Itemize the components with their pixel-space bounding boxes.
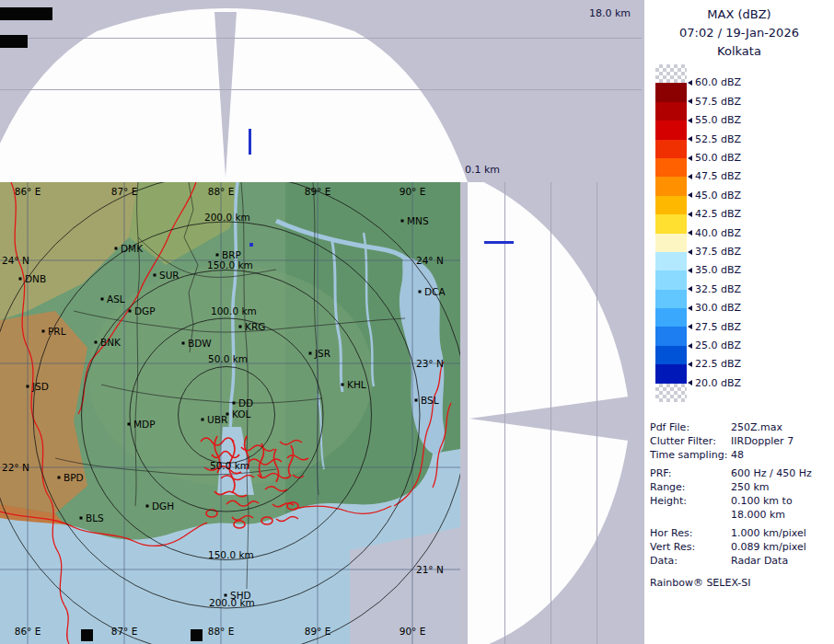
legend-tick-icon [688, 98, 692, 104]
legend-label: 40.0 dBZ [688, 227, 741, 239]
param-label: PRF: [650, 466, 731, 480]
lon-label: 89° E [305, 186, 331, 197]
param-list: Pdf File:250Z.maxClutter Filter:IIRDoppl… [650, 420, 832, 590]
legend-label-text: 35.0 dBZ [695, 264, 741, 276]
city-label: BRP [222, 249, 241, 260]
param-row: Vert Res:0.089 km/pixel [650, 540, 832, 554]
vertical-panel-top [0, 0, 644, 182]
vertical-panel-side [460, 182, 644, 644]
legend-tick-icon [688, 286, 692, 292]
legend-tick-icon [688, 249, 692, 255]
city-dot [202, 419, 204, 421]
lon-label: 87° E [111, 626, 138, 637]
param-row: Pdf File:250Z.max [650, 420, 832, 434]
city-label: MDP [133, 419, 155, 430]
city-dot [342, 384, 344, 386]
param-rows: Pdf File:250Z.maxClutter Filter:IIRDoppl… [650, 420, 832, 568]
city-label: KHL [347, 379, 366, 390]
legend-label: 47.5 dBZ [688, 170, 741, 182]
legend-cell [655, 234, 687, 252]
param-value: 0.089 km/pixel [731, 540, 832, 554]
legend-cell [655, 196, 687, 214]
legend-label: 52.5 dBZ [688, 133, 741, 145]
city-dot [233, 402, 236, 405]
legend-cell [655, 177, 687, 195]
range-ring-label: 200.0 km [204, 212, 250, 223]
vertical-panel-top-canvas [0, 0, 644, 182]
legend-tick-icon [688, 362, 692, 367]
legend-label: 20.0 dBZ [688, 377, 741, 389]
legend-tick-icon [688, 80, 692, 86]
city-label: DGP [134, 305, 156, 316]
city-dot [101, 298, 104, 301]
legend-label: 57.5 dBZ [688, 96, 741, 108]
param-row: Hor Res:1.000 km/pixel [650, 526, 832, 540]
radar-display-window: { "colors": { "background": "#c2c1d1", "… [0, 0, 834, 644]
product-title: MAX (dBZ) [644, 7, 834, 21]
echo-column-mark [249, 129, 251, 155]
city-dot [415, 399, 418, 402]
city-label: KOL [232, 408, 251, 420]
brand-text: Rainbow® SELEX-SI [650, 576, 832, 590]
param-row: Time sampling:48 [650, 448, 832, 462]
lon-label: 88° E [208, 186, 235, 197]
city-dot [58, 477, 61, 479]
param-label: Hor Res: [650, 526, 731, 540]
city-dot [225, 594, 227, 597]
city-label: BDW [188, 338, 212, 349]
legend-label-text: 20.0 dBZ [695, 377, 741, 389]
radar-site-name: Kolkata [644, 44, 834, 58]
height-axis-min-label: 0.1 km [465, 164, 500, 176]
param-label: Vert Res: [650, 540, 731, 554]
lon-label: 86° E [15, 626, 41, 637]
param-label: Height: [650, 494, 731, 508]
param-value: 1.000 km/pixel [731, 526, 832, 540]
legend-tick-icon [688, 192, 692, 198]
city-dot [80, 517, 83, 520]
city-label: SHD [230, 590, 251, 601]
city-label: ASL [107, 293, 125, 305]
legend-label-text: 30.0 dBZ [695, 302, 741, 314]
legend-cell [655, 270, 687, 289]
city-label: DCA [424, 286, 446, 297]
echo-row-mark [484, 241, 514, 244]
city-label: DMK [121, 243, 144, 254]
legend-tick-icon [688, 155, 692, 161]
city-label: JSD [31, 381, 49, 392]
legend-cell [655, 140, 687, 158]
city-label: BSL [421, 395, 439, 406]
city-dot [115, 247, 118, 250]
legend-label-text: 40.0 dBZ [695, 227, 741, 239]
legend-cell [655, 346, 687, 364]
param-label: Time sampling: [650, 448, 731, 462]
lon-label: 86° E [15, 186, 41, 197]
legend-cell [655, 158, 687, 177]
city-dot [182, 342, 185, 345]
city-dot [309, 352, 312, 355]
city-label: BNK [100, 337, 122, 348]
param-label: Data: [650, 554, 731, 568]
city-label: PRL [48, 326, 66, 337]
bottom-box [191, 629, 203, 641]
legend-tick-icon [688, 305, 692, 311]
param-value: 18.000 km [731, 508, 832, 522]
lat-label: 24° N [2, 255, 29, 266]
height-axis-max-label: 18.0 km [589, 7, 631, 19]
legend-label: 25.0 dBZ [688, 339, 741, 351]
legend-cell [655, 83, 687, 101]
param-label [650, 508, 731, 522]
legend-cell [655, 308, 687, 327]
param-value: 250 km [731, 480, 832, 494]
legend-tick-icon [688, 268, 692, 273]
range-ring-label: 50.0 km [210, 460, 249, 471]
lon-label: 90° E [400, 186, 426, 197]
city-dot [129, 310, 132, 313]
range-ring-label: 150.0 km [208, 549, 254, 560]
legend-label-text: 50.0 dBZ [695, 152, 741, 164]
bottom-box [81, 629, 93, 641]
legend-cell [655, 64, 687, 83]
lat-label: 24° N [416, 255, 444, 266]
legend-label: 60.0 dBZ [688, 76, 741, 88]
legend-label-text: 47.5 dBZ [695, 170, 741, 182]
legend-label-text: 22.5 dBZ [695, 358, 741, 370]
